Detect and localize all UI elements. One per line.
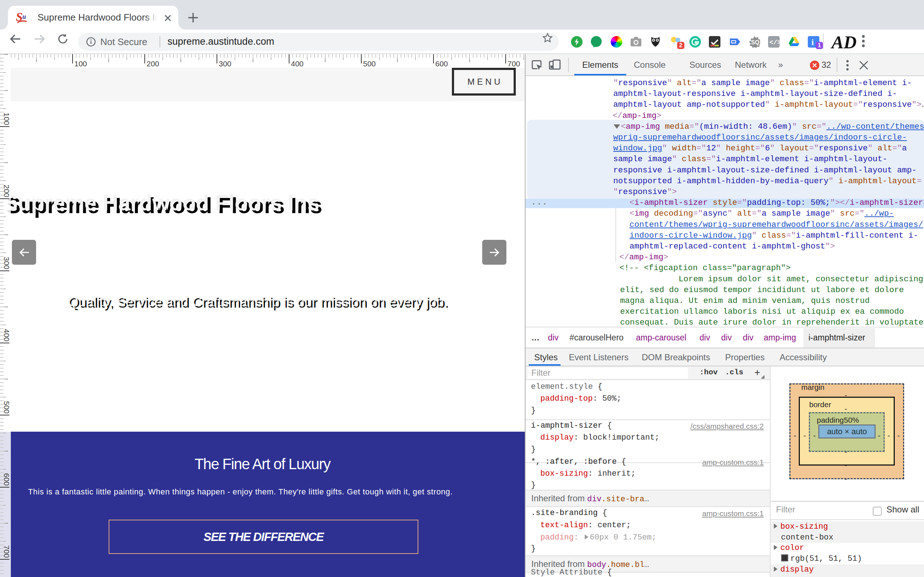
svg-text:u: u <box>23 13 26 20</box>
svg-text:i: i <box>811 38 814 47</box>
svg-text:</>: </> <box>769 39 780 46</box>
svg-text:SQ: SQ <box>751 39 759 45</box>
